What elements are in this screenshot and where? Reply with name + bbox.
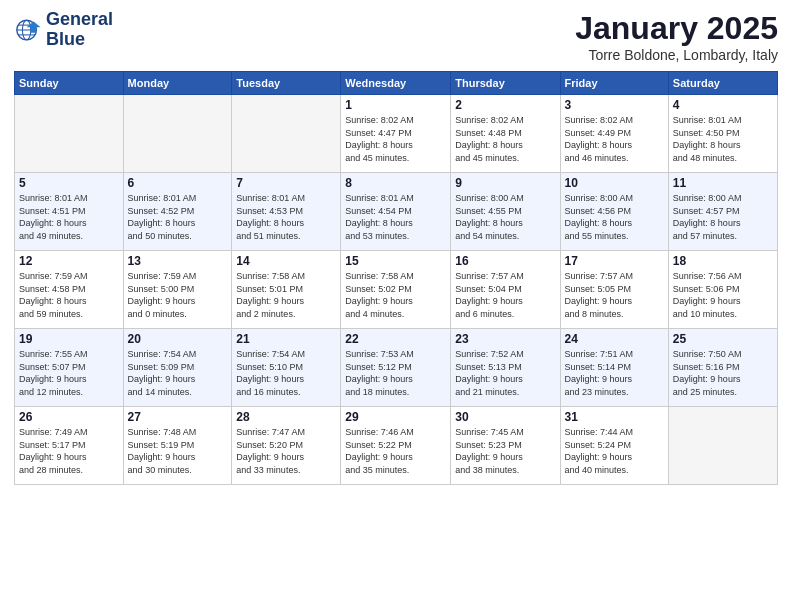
day-info: Sunrise: 8:01 AM Sunset: 4:52 PM Dayligh… xyxy=(128,192,228,242)
day-info: Sunrise: 7:58 AM Sunset: 5:02 PM Dayligh… xyxy=(345,270,446,320)
day-info: Sunrise: 7:57 AM Sunset: 5:04 PM Dayligh… xyxy=(455,270,555,320)
day-info: Sunrise: 8:00 AM Sunset: 4:56 PM Dayligh… xyxy=(565,192,664,242)
calendar: SundayMondayTuesdayWednesdayThursdayFrid… xyxy=(14,71,778,485)
calendar-week-row: 5Sunrise: 8:01 AM Sunset: 4:51 PM Daylig… xyxy=(15,173,778,251)
day-info: Sunrise: 7:59 AM Sunset: 4:58 PM Dayligh… xyxy=(19,270,119,320)
day-info: Sunrise: 7:48 AM Sunset: 5:19 PM Dayligh… xyxy=(128,426,228,476)
day-number: 1 xyxy=(345,98,446,112)
calendar-day-cell: 5Sunrise: 8:01 AM Sunset: 4:51 PM Daylig… xyxy=(15,173,124,251)
calendar-day-cell: 22Sunrise: 7:53 AM Sunset: 5:12 PM Dayli… xyxy=(341,329,451,407)
calendar-week-row: 19Sunrise: 7:55 AM Sunset: 5:07 PM Dayli… xyxy=(15,329,778,407)
weekday-header-thursday: Thursday xyxy=(451,72,560,95)
day-number: 5 xyxy=(19,176,119,190)
day-info: Sunrise: 8:01 AM Sunset: 4:53 PM Dayligh… xyxy=(236,192,336,242)
weekday-header-friday: Friday xyxy=(560,72,668,95)
calendar-day-cell: 16Sunrise: 7:57 AM Sunset: 5:04 PM Dayli… xyxy=(451,251,560,329)
day-info: Sunrise: 8:00 AM Sunset: 4:55 PM Dayligh… xyxy=(455,192,555,242)
day-number: 18 xyxy=(673,254,773,268)
day-number: 24 xyxy=(565,332,664,346)
day-info: Sunrise: 7:58 AM Sunset: 5:01 PM Dayligh… xyxy=(236,270,336,320)
day-number: 26 xyxy=(19,410,119,424)
weekday-header-row: SundayMondayTuesdayWednesdayThursdayFrid… xyxy=(15,72,778,95)
calendar-empty-cell xyxy=(15,95,124,173)
day-info: Sunrise: 8:02 AM Sunset: 4:49 PM Dayligh… xyxy=(565,114,664,164)
day-info: Sunrise: 7:47 AM Sunset: 5:20 PM Dayligh… xyxy=(236,426,336,476)
day-info: Sunrise: 7:55 AM Sunset: 5:07 PM Dayligh… xyxy=(19,348,119,398)
calendar-day-cell: 12Sunrise: 7:59 AM Sunset: 4:58 PM Dayli… xyxy=(15,251,124,329)
weekday-header-monday: Monday xyxy=(123,72,232,95)
day-number: 13 xyxy=(128,254,228,268)
day-info: Sunrise: 8:02 AM Sunset: 4:47 PM Dayligh… xyxy=(345,114,446,164)
calendar-day-cell: 17Sunrise: 7:57 AM Sunset: 5:05 PM Dayli… xyxy=(560,251,668,329)
day-info: Sunrise: 7:57 AM Sunset: 5:05 PM Dayligh… xyxy=(565,270,664,320)
calendar-day-cell: 7Sunrise: 8:01 AM Sunset: 4:53 PM Daylig… xyxy=(232,173,341,251)
day-number: 27 xyxy=(128,410,228,424)
month-title: January 2025 xyxy=(575,10,778,47)
calendar-week-row: 26Sunrise: 7:49 AM Sunset: 5:17 PM Dayli… xyxy=(15,407,778,485)
day-info: Sunrise: 7:59 AM Sunset: 5:00 PM Dayligh… xyxy=(128,270,228,320)
day-number: 20 xyxy=(128,332,228,346)
day-number: 10 xyxy=(565,176,664,190)
calendar-day-cell: 3Sunrise: 8:02 AM Sunset: 4:49 PM Daylig… xyxy=(560,95,668,173)
calendar-day-cell: 30Sunrise: 7:45 AM Sunset: 5:23 PM Dayli… xyxy=(451,407,560,485)
day-number: 2 xyxy=(455,98,555,112)
day-info: Sunrise: 7:56 AM Sunset: 5:06 PM Dayligh… xyxy=(673,270,773,320)
header: General Blue January 2025 Torre Boldone,… xyxy=(14,10,778,63)
calendar-week-row: 12Sunrise: 7:59 AM Sunset: 4:58 PM Dayli… xyxy=(15,251,778,329)
day-number: 8 xyxy=(345,176,446,190)
calendar-day-cell: 8Sunrise: 8:01 AM Sunset: 4:54 PM Daylig… xyxy=(341,173,451,251)
day-info: Sunrise: 7:45 AM Sunset: 5:23 PM Dayligh… xyxy=(455,426,555,476)
calendar-day-cell: 4Sunrise: 8:01 AM Sunset: 4:50 PM Daylig… xyxy=(668,95,777,173)
calendar-day-cell: 10Sunrise: 8:00 AM Sunset: 4:56 PM Dayli… xyxy=(560,173,668,251)
day-info: Sunrise: 7:53 AM Sunset: 5:12 PM Dayligh… xyxy=(345,348,446,398)
day-number: 30 xyxy=(455,410,555,424)
day-number: 25 xyxy=(673,332,773,346)
weekday-header-wednesday: Wednesday xyxy=(341,72,451,95)
day-number: 6 xyxy=(128,176,228,190)
calendar-day-cell: 15Sunrise: 7:58 AM Sunset: 5:02 PM Dayli… xyxy=(341,251,451,329)
title-section: January 2025 Torre Boldone, Lombardy, It… xyxy=(575,10,778,63)
day-info: Sunrise: 8:01 AM Sunset: 4:50 PM Dayligh… xyxy=(673,114,773,164)
calendar-empty-cell xyxy=(123,95,232,173)
day-info: Sunrise: 7:54 AM Sunset: 5:10 PM Dayligh… xyxy=(236,348,336,398)
calendar-day-cell: 9Sunrise: 8:00 AM Sunset: 4:55 PM Daylig… xyxy=(451,173,560,251)
day-number: 31 xyxy=(565,410,664,424)
calendar-day-cell: 20Sunrise: 7:54 AM Sunset: 5:09 PM Dayli… xyxy=(123,329,232,407)
calendar-day-cell: 13Sunrise: 7:59 AM Sunset: 5:00 PM Dayli… xyxy=(123,251,232,329)
calendar-day-cell: 27Sunrise: 7:48 AM Sunset: 5:19 PM Dayli… xyxy=(123,407,232,485)
logo-icon xyxy=(14,16,42,44)
calendar-day-cell: 2Sunrise: 8:02 AM Sunset: 4:48 PM Daylig… xyxy=(451,95,560,173)
day-info: Sunrise: 8:01 AM Sunset: 4:54 PM Dayligh… xyxy=(345,192,446,242)
calendar-day-cell: 6Sunrise: 8:01 AM Sunset: 4:52 PM Daylig… xyxy=(123,173,232,251)
day-info: Sunrise: 8:02 AM Sunset: 4:48 PM Dayligh… xyxy=(455,114,555,164)
day-info: Sunrise: 7:50 AM Sunset: 5:16 PM Dayligh… xyxy=(673,348,773,398)
calendar-empty-cell xyxy=(668,407,777,485)
day-number: 21 xyxy=(236,332,336,346)
calendar-day-cell: 29Sunrise: 7:46 AM Sunset: 5:22 PM Dayli… xyxy=(341,407,451,485)
day-info: Sunrise: 8:01 AM Sunset: 4:51 PM Dayligh… xyxy=(19,192,119,242)
calendar-day-cell: 24Sunrise: 7:51 AM Sunset: 5:14 PM Dayli… xyxy=(560,329,668,407)
day-info: Sunrise: 7:51 AM Sunset: 5:14 PM Dayligh… xyxy=(565,348,664,398)
calendar-day-cell: 25Sunrise: 7:50 AM Sunset: 5:16 PM Dayli… xyxy=(668,329,777,407)
logo: General Blue xyxy=(14,10,113,50)
day-number: 16 xyxy=(455,254,555,268)
calendar-empty-cell xyxy=(232,95,341,173)
day-number: 23 xyxy=(455,332,555,346)
calendar-week-row: 1Sunrise: 8:02 AM Sunset: 4:47 PM Daylig… xyxy=(15,95,778,173)
weekday-header-tuesday: Tuesday xyxy=(232,72,341,95)
weekday-header-sunday: Sunday xyxy=(15,72,124,95)
day-info: Sunrise: 7:52 AM Sunset: 5:13 PM Dayligh… xyxy=(455,348,555,398)
location: Torre Boldone, Lombardy, Italy xyxy=(575,47,778,63)
day-number: 22 xyxy=(345,332,446,346)
day-number: 15 xyxy=(345,254,446,268)
calendar-day-cell: 19Sunrise: 7:55 AM Sunset: 5:07 PM Dayli… xyxy=(15,329,124,407)
day-info: Sunrise: 7:54 AM Sunset: 5:09 PM Dayligh… xyxy=(128,348,228,398)
day-number: 12 xyxy=(19,254,119,268)
weekday-header-saturday: Saturday xyxy=(668,72,777,95)
calendar-day-cell: 31Sunrise: 7:44 AM Sunset: 5:24 PM Dayli… xyxy=(560,407,668,485)
calendar-day-cell: 11Sunrise: 8:00 AM Sunset: 4:57 PM Dayli… xyxy=(668,173,777,251)
day-number: 17 xyxy=(565,254,664,268)
day-number: 3 xyxy=(565,98,664,112)
day-info: Sunrise: 7:46 AM Sunset: 5:22 PM Dayligh… xyxy=(345,426,446,476)
calendar-day-cell: 23Sunrise: 7:52 AM Sunset: 5:13 PM Dayli… xyxy=(451,329,560,407)
